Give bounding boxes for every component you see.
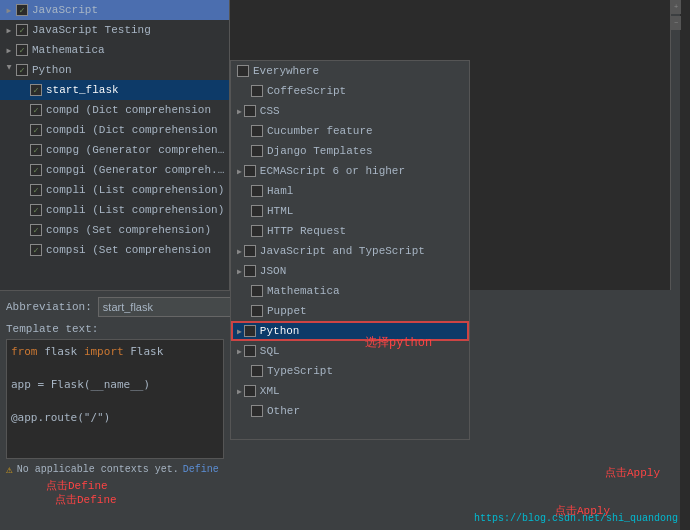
checkbox-compli2[interactable] <box>30 204 42 216</box>
dropdown-sql[interactable]: ▶ SQL <box>231 341 469 361</box>
dropdown-puppet[interactable]: Puppet <box>231 301 469 321</box>
list-item-compsi[interactable]: compsi (Set comprehension <box>0 240 229 260</box>
checkbox-everywhere[interactable] <box>237 65 249 77</box>
checkbox-coffeescript[interactable] <box>251 85 263 97</box>
checkbox-compsi[interactable] <box>30 244 42 256</box>
dropdown-typescript[interactable]: TypeScript <box>231 361 469 381</box>
scroll-up-btn[interactable]: + <box>671 0 681 14</box>
keyword-from: from <box>11 345 38 358</box>
dropdown-haml[interactable]: Haml <box>231 181 469 201</box>
dropdown-mathematica2[interactable]: Mathematica <box>231 281 469 301</box>
scroll-down-btn[interactable]: − <box>671 16 681 30</box>
item-label-compli: compli (List comprehension) <box>46 184 224 196</box>
list-item-compd[interactable]: compd (Dict comprehension <box>0 100 229 120</box>
dropdown-css[interactable]: ▶ CSS <box>231 101 469 121</box>
checkbox-js-testing[interactable] <box>16 24 28 36</box>
list-item-compgi[interactable]: compgi (Generator compreh... <box>0 160 229 180</box>
dropdown-xml[interactable]: ▶ XML <box>231 381 469 401</box>
label-puppet: Puppet <box>267 305 307 317</box>
dropdown-json[interactable]: ▶ JSON <box>231 261 469 281</box>
code-line-blank2 <box>11 394 219 411</box>
checkbox-json[interactable] <box>244 265 256 277</box>
list-item-compli2[interactable]: compli (List comprehension) <box>0 200 229 220</box>
checkbox-ecma[interactable] <box>244 165 256 177</box>
label-everywhere: Everywhere <box>253 65 319 77</box>
dropdown-python[interactable]: ▶ Python <box>231 321 469 341</box>
abbreviation-row: Abbreviation: <box>6 297 224 317</box>
item-label-compli2: compli (List comprehension) <box>46 204 224 216</box>
select-python-annotation: 选择python <box>365 334 432 351</box>
label-sql: SQL <box>260 345 280 357</box>
label-python: Python <box>260 325 300 337</box>
dropdown-jsandts[interactable]: ▶ JavaScript and TypeScript <box>231 241 469 261</box>
list-item-compli[interactable]: compli (List comprehension) <box>0 180 229 200</box>
define-link[interactable]: Define <box>183 464 219 475</box>
dropdown-django[interactable]: Django Templates <box>231 141 469 161</box>
checkbox-mathematica2[interactable] <box>251 285 263 297</box>
checkbox-xml[interactable] <box>244 385 256 397</box>
label-other: Other <box>267 405 300 417</box>
dropdown-coffeescript[interactable]: CoffeeScript <box>231 81 469 101</box>
checkbox-css[interactable] <box>244 105 256 117</box>
checkbox-puppet[interactable] <box>251 305 263 317</box>
item-label-python: Python <box>32 64 72 76</box>
arrow-css: ▶ <box>237 107 242 116</box>
checkbox-compg[interactable] <box>30 144 42 156</box>
checkbox-python-dd[interactable] <box>244 325 256 337</box>
scrollbar[interactable]: + − <box>670 0 680 290</box>
context-dropdown: Everywhere CoffeeScript ▶ CSS Cucumber f… <box>230 60 470 440</box>
code-line-route: @app.route("/") <box>11 410 219 427</box>
checkbox-jsandts[interactable] <box>244 245 256 257</box>
list-item-start-flask[interactable]: start_flask <box>0 80 229 100</box>
checkbox-compdi[interactable] <box>30 124 42 136</box>
label-json: JSON <box>260 265 286 277</box>
item-label-comps: comps (Set comprehension) <box>46 224 211 236</box>
dropdown-html[interactable]: HTML <box>231 201 469 221</box>
abbreviation-input[interactable] <box>98 297 246 317</box>
list-item-compdi[interactable]: compdi (Dict comprehension <box>0 120 229 140</box>
arrow-python: ▶ <box>237 327 242 336</box>
checkbox-comps[interactable] <box>30 224 42 236</box>
apply-annotation: 点击Apply <box>605 465 660 480</box>
dropdown-everywhere[interactable]: Everywhere <box>231 61 469 81</box>
dropdown-cucumber[interactable]: Cucumber feature <box>231 121 469 141</box>
checkbox-compgi[interactable] <box>30 164 42 176</box>
arrow-sql: ▶ <box>237 347 242 356</box>
list-item-comps[interactable]: comps (Set comprehension) <box>0 220 229 240</box>
warning-text: No applicable contexts yet. <box>17 464 179 475</box>
abbreviation-label: Abbreviation: <box>6 301 92 313</box>
dropdown-http[interactable]: HTTP Request <box>231 221 469 241</box>
checkbox-haml[interactable] <box>251 185 263 197</box>
keyword-import: import <box>84 345 124 358</box>
list-item-mathematica[interactable]: ▶ Mathematica <box>0 40 229 60</box>
list-item-python[interactable]: ▶ Python <box>0 60 229 80</box>
list-item-compg[interactable]: compg (Generator comprehensi <box>0 140 229 160</box>
checkbox-typescript[interactable] <box>251 365 263 377</box>
click-define-annotation: 点击Define <box>46 478 224 493</box>
checkbox-other[interactable] <box>251 405 263 417</box>
checkbox-javascript[interactable] <box>16 4 28 16</box>
code-line-1: from flask import Flask <box>11 344 219 361</box>
label-http: HTTP Request <box>267 225 346 237</box>
checkbox-django[interactable] <box>251 145 263 157</box>
checkbox-python[interactable] <box>16 64 28 76</box>
list-item-javascript[interactable]: ▶ JavaScript <box>0 0 229 20</box>
checkbox-http[interactable] <box>251 225 263 237</box>
checkbox-mathematica[interactable] <box>16 44 28 56</box>
label-html: HTML <box>267 205 293 217</box>
checkbox-sql[interactable] <box>244 345 256 357</box>
click-define-bottom: 点击Define <box>55 492 117 507</box>
label-cucumber: Cucumber feature <box>267 125 373 137</box>
dropdown-other[interactable]: Other <box>231 401 469 421</box>
checkbox-start-flask[interactable] <box>30 84 42 96</box>
list-item-js-testing[interactable]: ▶ JavaScript Testing <box>0 20 229 40</box>
checkbox-compli[interactable] <box>30 184 42 196</box>
checkbox-html[interactable] <box>251 205 263 217</box>
label-coffeescript: CoffeeScript <box>267 85 346 97</box>
code-area: from flask import Flask app = Flask(__na… <box>6 339 224 459</box>
checkbox-cucumber[interactable] <box>251 125 263 137</box>
checkbox-compd[interactable] <box>30 104 42 116</box>
code-text: Flask <box>130 345 163 358</box>
dropdown-ecma[interactable]: ▶ ECMAScript 6 or higher <box>231 161 469 181</box>
item-label-compd: compd (Dict comprehension <box>46 104 211 116</box>
